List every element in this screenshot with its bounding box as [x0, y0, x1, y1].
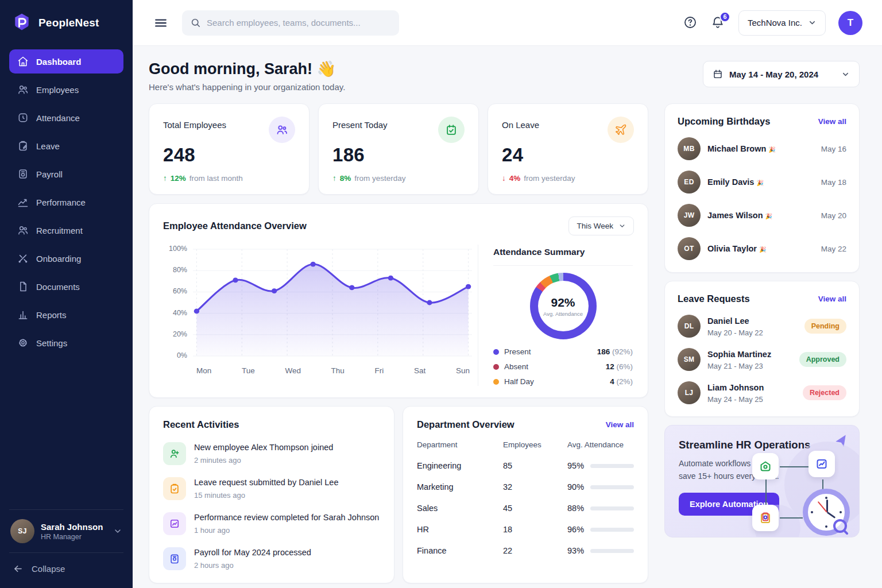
table-row: Sales 45 88%	[417, 504, 634, 513]
collapse-button[interactable]: Collapse	[0, 553, 133, 588]
sidebar-item-settings[interactable]: Settings	[9, 331, 123, 355]
legend-dot	[493, 349, 499, 355]
sidebar-item-dashboard[interactable]: Dashboard	[9, 49, 123, 74]
bar-chart-icon	[17, 309, 29, 320]
sidebar-item-label: Reports	[36, 310, 67, 320]
sidebar-item-performance[interactable]: Performance	[9, 190, 123, 214]
clock-illustration	[803, 489, 850, 536]
birthday-item: OT Olivia Taylor🎉 May 22	[678, 237, 846, 260]
legend-row-present: Present 186 (92%)	[493, 347, 633, 356]
topbar-actions: 6 TechNova Inc. T	[683, 10, 862, 36]
profile-avatar[interactable]: T	[838, 11, 862, 35]
sidebar-item-onboarding[interactable]: Onboarding	[9, 246, 123, 270]
sidebar-item-payroll[interactable]: Payroll	[9, 162, 123, 186]
legend-value: 186 (92%)	[597, 347, 633, 356]
leave-app-icon	[752, 453, 779, 479]
activity-item: Payroll for May 2024 processed 2 hours a…	[163, 547, 380, 570]
party-emoji: 🎉	[765, 213, 772, 219]
search-bar	[182, 10, 399, 36]
greeting-block: Good morning, Sarah! 👋 Here's what's hap…	[149, 60, 345, 92]
section-title: Employee Attendance Overview	[163, 220, 307, 231]
activity-body: New employee Alex Thompson joined 2 minu…	[194, 442, 333, 465]
date-range-label: May 14 - May 20, 2024	[729, 69, 818, 79]
tasks-app-icon	[752, 505, 779, 531]
sidebar-item-reports[interactable]: Reports	[9, 303, 123, 327]
view-all-link[interactable]: View all	[818, 295, 846, 303]
user-meta: Sarah Johnson HR Manager	[41, 522, 107, 541]
delta-value: 8%	[340, 174, 351, 183]
right-column: Upcoming Birthdays View all MB Michael B…	[664, 103, 860, 588]
help-button[interactable]	[683, 16, 698, 30]
clipboard-icon	[163, 477, 186, 500]
leave-request-item: DL Daniel LeeMay 20 - May 22 Pending	[678, 315, 846, 338]
sidebar-item-leave[interactable]: Leave	[9, 134, 123, 158]
leave-request-item: SM Sophia MartinezMay 21 - May 23 Approv…	[678, 348, 846, 371]
delta-note: from yesterday	[524, 174, 575, 183]
chevron-down-icon	[808, 18, 817, 27]
birthday-item: JW James Wilson🎉 May 20	[678, 204, 846, 227]
brand-name: PeopleNest	[38, 17, 99, 29]
leave-range: May 21 - May 23	[707, 362, 771, 370]
review-chart-icon	[163, 512, 186, 535]
person-name: Liam Johnson	[707, 383, 764, 392]
table-header: Department Employees Avg. Attendance	[417, 440, 634, 449]
sidebar-item-documents[interactable]: Documents	[9, 274, 123, 299]
donut-center-label: Avg. Attendance	[543, 311, 583, 317]
sidebar-item-label: Recruitment	[36, 226, 83, 235]
stat-delta: ↓ 4% from yesterday	[502, 174, 634, 183]
avatar: OT	[678, 237, 701, 260]
leave-range: May 20 - May 22	[707, 328, 763, 337]
y-axis-labels: 100%80% 60%40% 20%0%	[163, 245, 187, 359]
attendance-summary: Attendance Summary 92% Avg. Attendance	[478, 245, 648, 386]
department-overview-card: Department Overview View all Department …	[403, 406, 648, 583]
company-selector[interactable]: TechNova Inc.	[738, 10, 826, 36]
status-badge: Approved	[799, 352, 846, 367]
stat-delta: ↑ 12% from last month	[163, 174, 295, 183]
sidebar-item-employees[interactable]: Employees	[9, 78, 123, 102]
stat-label: Total Employees	[163, 117, 226, 130]
page-header: Good morning, Sarah! 👋 Here's what's hap…	[149, 60, 860, 92]
legend-label: Present	[504, 347, 531, 356]
search-input[interactable]	[207, 18, 391, 28]
page-title: Good morning, Sarah! 👋	[149, 60, 345, 78]
hamburger-menu-icon[interactable]	[153, 16, 168, 30]
week-range-select[interactable]: This Week	[568, 216, 634, 235]
sidebar-user[interactable]: SJ Sarah Johnson HR Manager	[0, 510, 133, 552]
leave-meta: Liam JohnsonMay 24 - May 25	[707, 382, 764, 404]
section-title: Recent Activities	[163, 419, 380, 430]
stat-card-total-employees: Total Employees 248 ↑ 12% from last mont…	[149, 103, 310, 195]
person-name: Sophia Martinez	[707, 350, 771, 359]
gear-icon	[17, 337, 29, 349]
view-all-link[interactable]: View all	[606, 420, 634, 429]
view-all-link[interactable]: View all	[818, 117, 846, 126]
app-window: PeopleNest Dashboard Employees Attendanc…	[0, 0, 882, 588]
birthday-date: May 22	[821, 245, 846, 253]
avatar: ED	[678, 171, 701, 194]
status-badge: Pending	[804, 319, 846, 334]
chevron-down-icon	[841, 70, 850, 79]
date-range-picker[interactable]: May 14 - May 20, 2024	[703, 61, 860, 87]
sidebar-item-recruitment[interactable]: Recruitment	[9, 218, 123, 242]
table-row: Finance 22 93%	[417, 546, 634, 555]
sidebar-item-attendance[interactable]: Attendance	[9, 106, 123, 130]
attendance-bar	[590, 485, 634, 489]
sidebar-item-label: Dashboard	[36, 57, 81, 67]
attendance-overview-card: Employee Attendance Overview This Week 1…	[149, 203, 648, 398]
brand: PeopleNest	[0, 0, 133, 45]
activity-text: Leave request submitted by Daniel Lee	[194, 477, 339, 488]
delta-note: from last month	[189, 174, 243, 183]
attendance-bar	[590, 506, 634, 510]
search-icon	[190, 17, 201, 28]
home-icon	[17, 56, 29, 67]
sidebar-item-label: Onboarding	[36, 254, 81, 264]
user-name: Sarah Johnson	[41, 522, 107, 532]
dashboard-content: Good morning, Sarah! 👋 Here's what's hap…	[133, 46, 882, 588]
legend-value: 12 (6%)	[606, 362, 633, 371]
attendance-bar	[590, 549, 634, 553]
left-column: Total Employees 248 ↑ 12% from last mont…	[149, 103, 648, 583]
arrow-left-icon	[13, 563, 24, 574]
plane-icon	[608, 117, 634, 143]
payroll-doc-icon	[17, 168, 29, 180]
notifications-button[interactable]: 6	[711, 16, 726, 30]
bottom-row: Recent Activities New employee Alex Thom…	[149, 406, 648, 583]
